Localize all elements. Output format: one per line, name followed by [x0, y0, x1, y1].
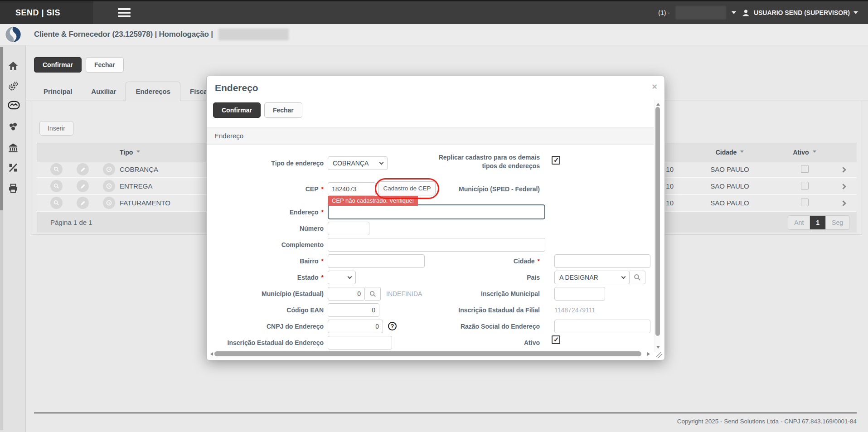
- sidebar-item-partners-active[interactable]: [8, 101, 19, 112]
- address-modal: Endereço × Confirmar Fechar Endereço Tip…: [206, 76, 665, 360]
- row-chevron-icon[interactable]: [840, 167, 846, 173]
- tab-enderecos[interactable]: Endereços: [126, 82, 180, 101]
- footer-copyright: Copyright 2025 - Send Solutions Ltda - C…: [677, 418, 857, 425]
- history-button[interactable]: [103, 180, 115, 192]
- history-button[interactable]: [103, 197, 115, 209]
- label-ie-filial: Inscrição Estadual da Filial: [402, 303, 540, 317]
- insert-button[interactable]: Inserir: [39, 121, 73, 136]
- modal-confirm-button[interactable]: Confirmar: [213, 102, 261, 118]
- env-caret-icon[interactable]: [732, 11, 736, 16]
- percent-icon: [8, 162, 19, 173]
- search-icon: [633, 273, 641, 282]
- row-chevron-icon[interactable]: [840, 200, 846, 206]
- input-inscricao-municipal[interactable]: [554, 287, 605, 301]
- label-codigo-ean: Código EAN: [207, 303, 324, 317]
- label-cnpj-endereco: CNPJ do Endereço: [207, 320, 324, 333]
- scroll-up-icon[interactable]: [656, 101, 660, 106]
- modal-vertical-scrollbar[interactable]: [655, 100, 660, 352]
- sidebar-nav: [0, 45, 26, 432]
- tab-principal[interactable]: Principal: [34, 82, 82, 101]
- confirm-button[interactable]: Confirmar: [34, 57, 82, 73]
- history-button[interactable]: [103, 163, 115, 175]
- user-icon: [742, 9, 750, 17]
- scrollbar-thumb[interactable]: [655, 107, 660, 336]
- sidebar-item-print[interactable]: [8, 183, 19, 195]
- edit-button[interactable]: [77, 163, 89, 175]
- close-button[interactable]: Fechar: [86, 57, 124, 73]
- row-chevron-icon[interactable]: [840, 184, 846, 189]
- column-header-cidade[interactable]: Cidade: [680, 149, 780, 156]
- app-brand: SEND | SIS: [0, 1, 93, 24]
- label-razao-social: Razão Social do Endereço: [402, 320, 540, 333]
- cell-ativo-checkbox[interactable]: [801, 199, 809, 206]
- checkbox-replicar[interactable]: [552, 156, 560, 165]
- sidebar-item-taxes[interactable]: [8, 162, 19, 174]
- sidebar-item-network[interactable]: [8, 121, 19, 133]
- label-municipio-estadual: Município (Estadual): [207, 287, 324, 301]
- tab-auxiliar[interactable]: Auxiliar: [82, 82, 126, 101]
- scrollbar-thumb[interactable]: [214, 351, 641, 356]
- label-ativo: Ativo: [402, 336, 540, 349]
- select-pais[interactable]: A DESIGNAR: [554, 271, 630, 284]
- printer-icon: [8, 183, 19, 194]
- label-cidade: Cidade*: [402, 254, 540, 268]
- cell-ativo-checkbox[interactable]: [801, 182, 809, 189]
- input-cnpj-endereco[interactable]: [328, 320, 383, 333]
- search-municipio-button[interactable]: [365, 287, 381, 301]
- pagination: Ant 1 Seg: [788, 215, 849, 230]
- view-button[interactable]: [50, 163, 63, 175]
- cell-cidade: SAO PAULO: [680, 182, 780, 190]
- label-pais: País: [402, 271, 540, 284]
- pagination-prev[interactable]: Ant: [788, 216, 810, 229]
- clock-icon: [106, 166, 112, 173]
- input-municipio-estadual[interactable]: [328, 287, 365, 301]
- edit-button[interactable]: [77, 180, 89, 192]
- column-header-ativo[interactable]: Ativo: [780, 149, 829, 156]
- chevron-down-icon: [348, 275, 352, 279]
- ie-filial-value: 114872479111: [554, 303, 595, 317]
- modal-fechar-button[interactable]: Fechar: [264, 102, 302, 118]
- sidebar-item-settings[interactable]: [8, 81, 19, 92]
- input-razao-social[interactable]: [554, 320, 650, 333]
- hamburger-menu-icon[interactable]: [118, 8, 131, 17]
- pencil-icon: [80, 200, 86, 206]
- checkbox-ativo[interactable]: [552, 335, 560, 344]
- view-button[interactable]: [50, 180, 63, 192]
- cell-ativo-checkbox[interactable]: [801, 165, 809, 173]
- scroll-left-icon[interactable]: [209, 352, 213, 356]
- input-codigo-ean[interactable]: [328, 303, 379, 317]
- input-cep[interactable]: [328, 182, 376, 196]
- env-selector-redacted[interactable]: [675, 6, 726, 19]
- scroll-down-icon[interactable]: [656, 346, 660, 350]
- input-numero[interactable]: [328, 222, 369, 235]
- edit-button[interactable]: [77, 197, 89, 209]
- handshake-icon: [8, 101, 20, 110]
- pagination-page[interactable]: 1: [810, 216, 825, 229]
- sidebar-item-home[interactable]: [8, 60, 19, 72]
- input-complemento[interactable]: [328, 238, 545, 252]
- input-endereco[interactable]: [328, 204, 545, 219]
- home-icon: [8, 60, 19, 71]
- clock-icon: [106, 199, 112, 206]
- sidebar-scrollbar[interactable]: [0, 47, 3, 430]
- select-estado[interactable]: [328, 271, 356, 284]
- select-tipo-endereco[interactable]: COBRANÇA: [328, 156, 388, 170]
- user-menu[interactable]: USUARIO SEND (SUPERVISOR): [742, 9, 858, 17]
- pagination-next[interactable]: Seg: [825, 216, 849, 229]
- label-estado: Estado*: [207, 271, 324, 284]
- sidebar-item-bank[interactable]: [8, 142, 19, 154]
- view-button[interactable]: [50, 197, 63, 209]
- input-ie-endereco[interactable]: [328, 336, 392, 349]
- top-bar: SEND | SIS (1) - USUARIO SEND (SUPERVISO…: [0, 0, 868, 24]
- company-logo: [4, 25, 22, 45]
- input-cidade[interactable]: [554, 254, 650, 268]
- page-title: Cliente & Fornecedor (23.125978) | Homol…: [34, 30, 213, 39]
- modal-close-icon[interactable]: ×: [652, 82, 657, 92]
- help-icon[interactable]: ?: [388, 322, 397, 330]
- resize-grip[interactable]: [656, 352, 662, 358]
- page-header: Cliente & Fornecedor (23.125978) | Homol…: [0, 24, 868, 45]
- search-pais-button[interactable]: [630, 271, 645, 284]
- label-municipio-sped: Município (SPED - Federal): [402, 182, 540, 196]
- scroll-right-icon[interactable]: [647, 352, 652, 356]
- modal-horizontal-scrollbar[interactable]: [209, 351, 652, 357]
